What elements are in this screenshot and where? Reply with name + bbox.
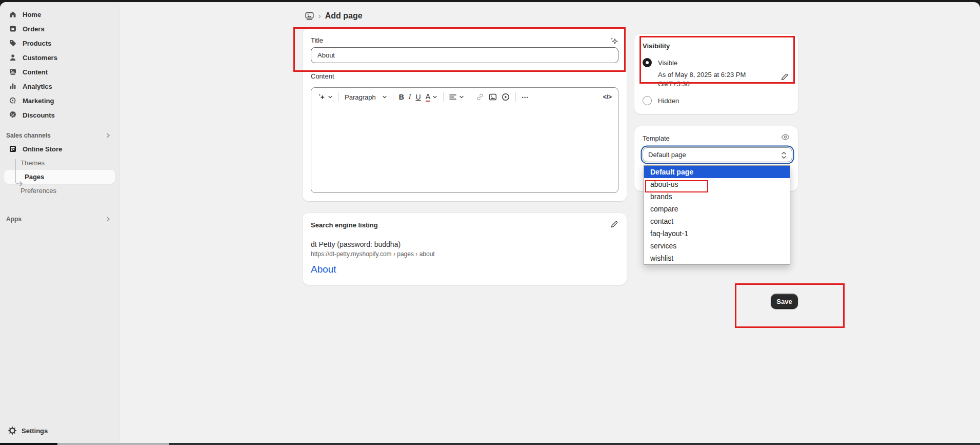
breadcrumb-separator: › (318, 12, 321, 20)
home-icon (8, 10, 17, 19)
code-view-button[interactable]: </> (603, 93, 612, 101)
chevron-right-icon (106, 133, 111, 138)
sidebar-item-label: Products (23, 40, 51, 47)
analytics-icon (8, 82, 17, 91)
sidebar-item-analytics[interactable]: Analytics (4, 79, 115, 93)
toolbar-divider (393, 92, 393, 102)
products-icon (8, 38, 17, 48)
paragraph-style-dropdown[interactable]: Paragraph (345, 93, 387, 101)
title-input[interactable] (311, 47, 618, 63)
seo-page-title-link[interactable]: About (311, 264, 618, 275)
underline-button[interactable]: U (416, 93, 421, 101)
content-icon (8, 67, 17, 76)
sidebar-item-preferences[interactable]: Preferences (4, 184, 115, 198)
insert-video-icon[interactable] (502, 93, 510, 101)
dropdown-option-about-us[interactable]: about-us (644, 178, 790, 190)
seo-card-header: Search engine listing (311, 221, 618, 229)
orders-icon (8, 24, 17, 33)
app-frame: Home Orders Products Customers (0, 2, 980, 445)
breadcrumb: › Add page (305, 9, 363, 23)
link-icon[interactable] (476, 93, 484, 101)
sidebar-item-home[interactable]: Home (4, 7, 115, 22)
gear-icon (8, 427, 16, 435)
content-label: Content (311, 72, 618, 80)
chevron-right-icon (106, 217, 111, 222)
seo-site-name: dt Petty (password: buddha) (311, 240, 618, 248)
toolbar-divider (470, 92, 470, 102)
sidebar-item-themes[interactable]: Themes (4, 156, 115, 170)
sidebar-item-discounts[interactable]: Discounts (4, 108, 115, 122)
title-label: Title (311, 36, 618, 44)
dropdown-option-brands[interactable]: brands (644, 190, 790, 203)
italic-button[interactable]: I (409, 93, 411, 101)
sidebar-item-label: Analytics (23, 83, 52, 90)
chevron-down-icon (382, 95, 387, 99)
marketing-icon (8, 96, 17, 105)
sidebar-item-label: Marketing (23, 97, 54, 105)
bottom-window-edge (0, 443, 980, 445)
sidebar-item-label: Customers (23, 54, 57, 62)
dropdown-option-contact[interactable]: contact (644, 215, 790, 227)
select-updown-icon (781, 151, 787, 159)
sidebar-item-customers[interactable]: Customers (4, 50, 115, 65)
customers-icon (8, 53, 17, 62)
dropdown-option-default-page[interactable]: Default page (644, 166, 790, 178)
toolbar-divider (443, 92, 444, 102)
insert-image-icon[interactable] (489, 93, 497, 101)
bold-button[interactable]: B (399, 93, 404, 101)
sidebar-item-orders[interactable]: Orders (4, 22, 115, 36)
visible-since-text: As of May 8, 2025 at 6:23 PM GMT+5:30 (658, 70, 766, 89)
dropdown-option-faq-layout-1[interactable]: faq-layout-1 (644, 227, 790, 240)
alignment-button[interactable] (449, 94, 464, 100)
sales-channels-header[interactable]: Sales channels (4, 129, 115, 142)
chevron-down-icon (432, 95, 437, 99)
page-icon[interactable] (305, 11, 314, 21)
apps-header[interactable]: Apps (4, 213, 115, 225)
page-title: Add page (325, 11, 363, 21)
template-label: Template (643, 134, 790, 142)
sidebar: Home Orders Products Customers (0, 2, 119, 445)
visible-radio-option[interactable]: Visible (643, 58, 790, 67)
sidebar-item-products[interactable]: Products (4, 36, 115, 50)
sidebar-item-label: Online Store (23, 145, 62, 153)
dropdown-option-wishlist[interactable]: wishlist (644, 252, 790, 264)
magic-sparkle-icon[interactable] (609, 36, 618, 46)
sidebar-item-label: Content (23, 68, 48, 76)
sidebar-item-content[interactable]: Content (4, 65, 115, 79)
sidebar-item-marketing[interactable]: Marketing (4, 93, 115, 108)
toolbar-divider (515, 92, 516, 102)
storefront-icon (8, 144, 17, 153)
radio-selected-icon (643, 58, 652, 67)
sidebar-item-pages[interactable]: Pages (4, 170, 115, 184)
save-button[interactable]: Save (771, 294, 798, 309)
toolbar-divider (338, 92, 339, 102)
eye-icon[interactable] (781, 133, 790, 141)
edit-pencil-icon[interactable] (610, 220, 618, 228)
sidebar-item-online-store[interactable]: Online Store (4, 142, 115, 156)
text-color-button[interactable]: A (426, 93, 437, 102)
template-select[interactable]: Default page (643, 147, 792, 162)
chevron-down-icon (328, 95, 333, 99)
editor-toolbar: Paragraph B I U A (311, 88, 618, 106)
discounts-icon (8, 110, 17, 120)
dropdown-option-compare[interactable]: compare (644, 203, 790, 215)
chevron-down-icon (459, 95, 464, 99)
page-details-card: Title Content Paragraph B I U (303, 28, 627, 201)
content-textarea[interactable] (311, 106, 618, 193)
template-dropdown-menu: Default page about-us brands compare con… (644, 165, 790, 265)
seo-url: https://dt-petty.myshopify.com › pages ›… (311, 250, 618, 258)
sidebar-item-label: Discounts (23, 111, 55, 119)
ai-sparkle-button[interactable] (317, 93, 333, 101)
rich-text-editor: Paragraph B I U A (311, 87, 618, 193)
sidebar-item-settings[interactable]: Settings (4, 423, 115, 438)
search-engine-listing-card: Search engine listing dt Petty (password… (303, 213, 627, 285)
sidebar-item-label: Home (23, 11, 41, 18)
visibility-card: Visibility Visible As of May 8, 2025 at … (634, 34, 798, 114)
visibility-header: Visibility (643, 42, 790, 50)
radio-unselected-icon (643, 96, 652, 105)
more-options-button[interactable]: ⋯ (522, 93, 529, 101)
dropdown-option-services[interactable]: services (644, 240, 790, 252)
sidebar-item-label: Orders (23, 25, 45, 33)
edit-pencil-icon[interactable] (781, 73, 789, 81)
hidden-radio-option[interactable]: Hidden (643, 96, 790, 105)
